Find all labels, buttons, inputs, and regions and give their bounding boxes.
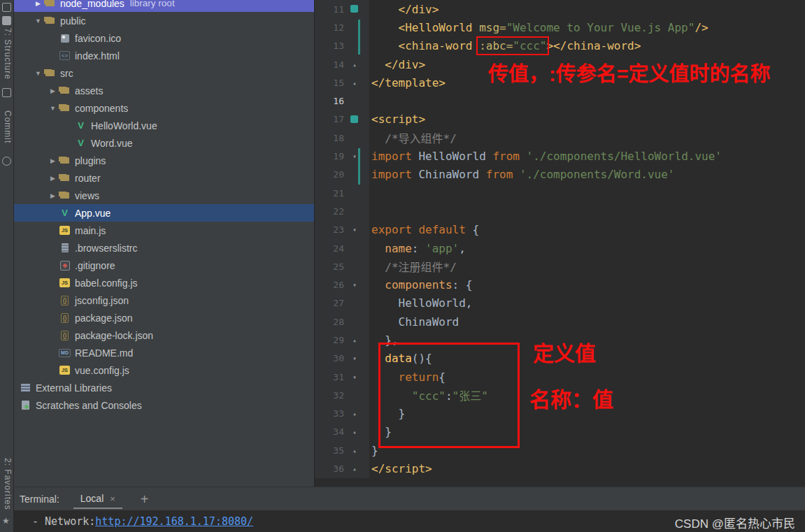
code-line-15[interactable]: 15▴</template> bbox=[315, 73, 805, 92]
chevron-right-icon[interactable]: ▶ bbox=[47, 175, 59, 182]
pin-tool-icon[interactable] bbox=[2, 16, 11, 25]
tree-item-favicon.ico[interactable]: favicon.ico bbox=[14, 29, 314, 47]
code-line-31[interactable]: 31▾ return{ bbox=[315, 368, 805, 386]
line-number[interactable]: 22 bbox=[315, 206, 344, 217]
line-number[interactable]: 16 bbox=[315, 96, 344, 106]
key-icon[interactable] bbox=[2, 157, 11, 166]
line-number[interactable]: 33 bbox=[315, 408, 344, 419]
line-number[interactable]: 18 bbox=[315, 133, 344, 143]
code-line-13[interactable]: 13 <china-word :abc="ccc"></china-word> bbox=[315, 37, 805, 55]
tree-item-components[interactable]: ▼components bbox=[14, 99, 314, 117]
line-number[interactable]: 21 bbox=[315, 188, 344, 199]
tree-item-jsconfig.json[interactable]: jsconfig.json bbox=[14, 292, 314, 309]
terminal-title[interactable]: Terminal: bbox=[20, 494, 59, 505]
tool-button-favorites[interactable]: 2: Favorites bbox=[1, 458, 13, 510]
code-line-29[interactable]: 29▴ }, bbox=[315, 331, 805, 349]
code-line-22[interactable]: 22 bbox=[315, 202, 805, 220]
line-number[interactable]: 32 bbox=[315, 390, 344, 401]
tree-item-main.js[interactable]: main.js bbox=[14, 222, 314, 239]
code-line-17[interactable]: 17<script> bbox=[315, 110, 805, 129]
line-number[interactable]: 30 bbox=[315, 353, 344, 364]
chevron-right-icon[interactable]: ▶ bbox=[47, 192, 59, 199]
code-line-30[interactable]: 30▾ data(){ bbox=[315, 350, 805, 368]
line-number[interactable]: 17 bbox=[315, 114, 344, 124]
tree-item-word.vue[interactable]: Word.vue bbox=[14, 134, 314, 152]
fold-down-icon[interactable]: ▾ bbox=[344, 226, 365, 233]
tree-item-babel.config.js[interactable]: babel.config.js bbox=[14, 274, 314, 292]
code-line-24[interactable]: 24 name: 'app', bbox=[315, 239, 805, 257]
code-editor[interactable]: 11 </div>12 <HelloWorld msg="Welcome to … bbox=[315, 0, 805, 487]
line-number[interactable]: 29 bbox=[315, 335, 344, 345]
fold-up-icon[interactable]: ▴ bbox=[344, 428, 365, 436]
line-number[interactable]: 12 bbox=[315, 22, 344, 33]
code-line-18[interactable]: 18 /*导入组件*/ bbox=[315, 129, 805, 147]
code-line-14[interactable]: 14▴ </div> bbox=[315, 55, 805, 73]
code-line-16[interactable]: 16 bbox=[315, 92, 805, 110]
line-number[interactable]: 20 bbox=[315, 169, 344, 180]
tree-item-vue.config.js[interactable]: vue.config.js bbox=[14, 361, 314, 379]
tree-item-views[interactable]: ▶views bbox=[14, 187, 314, 204]
terminal-tab-local[interactable]: Local × bbox=[73, 489, 122, 509]
tree-item-package-lock.json[interactable]: package-lock.json bbox=[14, 326, 314, 344]
tree-item-index.html[interactable]: index.html bbox=[14, 47, 314, 64]
fold-down-icon[interactable]: ▾ bbox=[344, 373, 365, 381]
line-number[interactable]: 27 bbox=[315, 298, 344, 308]
tree-item-.gitignore[interactable]: .gitignore bbox=[14, 257, 314, 274]
chevron-down-icon[interactable]: ▼ bbox=[47, 105, 59, 112]
tool-button-structure[interactable]: 7: Structure bbox=[1, 28, 13, 80]
tree-item-.browserslistrc[interactable]: .browserslistrc bbox=[14, 239, 314, 257]
tree-item-node-modules[interactable]: ▶node_moduleslibrary root bbox=[14, 0, 314, 12]
chevron-down-icon[interactable]: ▼ bbox=[32, 17, 44, 24]
code-line-11[interactable]: 11 </div> bbox=[315, 0, 805, 18]
tree-item-app.vue[interactable]: App.vue bbox=[14, 204, 314, 222]
fold-up-icon[interactable]: ▴ bbox=[344, 336, 365, 344]
line-number[interactable]: 36 bbox=[315, 463, 344, 474]
line-number[interactable]: 25 bbox=[315, 261, 344, 272]
close-tab-icon[interactable]: × bbox=[110, 494, 115, 504]
code-line-20[interactable]: 20import ChinaWord from './components/Wo… bbox=[315, 166, 805, 184]
code-line-25[interactable]: 25 /*注册组件*/ bbox=[315, 257, 805, 275]
line-number[interactable]: 13 bbox=[315, 41, 344, 51]
tree-item-external-libraries[interactable]: External Libraries bbox=[14, 379, 314, 396]
code-line-32[interactable]: 32 "ccc":"张三" bbox=[315, 386, 805, 404]
fold-up-icon[interactable]: ▴ bbox=[344, 410, 365, 417]
chevron-down-icon[interactable]: ▼ bbox=[32, 70, 44, 77]
tool-button-commit[interactable]: Commit bbox=[1, 110, 13, 143]
fold-down-icon[interactable]: ▾ bbox=[344, 152, 365, 160]
line-number[interactable]: 26 bbox=[315, 280, 344, 290]
line-number[interactable]: 24 bbox=[315, 243, 344, 254]
line-number[interactable]: 28 bbox=[315, 317, 344, 327]
line-number[interactable]: 14 bbox=[315, 59, 344, 70]
fold-up-icon[interactable]: ▴ bbox=[344, 447, 365, 454]
code-line-36[interactable]: 36▴</script> bbox=[315, 459, 805, 477]
line-number[interactable]: 15 bbox=[315, 78, 344, 88]
tree-item-public[interactable]: ▼public bbox=[14, 12, 314, 29]
code-line-34[interactable]: 34▴ } bbox=[315, 423, 805, 441]
tree-item-plugins[interactable]: ▶plugins bbox=[14, 152, 314, 169]
chevron-right-icon[interactable]: ▶ bbox=[47, 87, 59, 94]
line-number[interactable]: 35 bbox=[315, 445, 344, 456]
code-line-35[interactable]: 35▴} bbox=[315, 441, 805, 459]
code-line-21[interactable]: 21 bbox=[315, 184, 805, 202]
line-number[interactable]: 19 bbox=[315, 151, 344, 161]
code-line-26[interactable]: 26▾ components: { bbox=[315, 275, 805, 294]
code-line-19[interactable]: 19▾import HelloWorld from './components/… bbox=[315, 147, 805, 165]
chevron-right-icon[interactable]: ▶ bbox=[47, 157, 59, 164]
tree-item-assets[interactable]: ▶assets bbox=[14, 82, 314, 99]
fold-up-icon[interactable]: ▴ bbox=[344, 465, 365, 473]
new-terminal-tab-icon[interactable]: + bbox=[141, 492, 149, 506]
fold-up-icon[interactable]: ▴ bbox=[344, 61, 365, 69]
chevron-right-icon[interactable]: ▶ bbox=[32, 0, 44, 7]
fold-up-icon[interactable]: ▴ bbox=[344, 79, 365, 87]
tree-item-scratches-and-consoles[interactable]: Scratches and Consoles bbox=[14, 396, 314, 414]
code-line-33[interactable]: 33▴ } bbox=[315, 405, 805, 423]
code-line-23[interactable]: 23▾export default { bbox=[315, 221, 805, 239]
fold-down-icon[interactable]: ▾ bbox=[344, 281, 365, 289]
code-line-27[interactable]: 27 HelloWorld, bbox=[315, 294, 805, 312]
network-url-link[interactable]: http://192.168.1.17:8080/ bbox=[95, 515, 253, 528]
tree-item-helloworld.vue[interactable]: HelloWorld.vue bbox=[14, 117, 314, 134]
fold-down-icon[interactable]: ▾ bbox=[344, 354, 365, 362]
code-line-28[interactable]: 28 ChinaWord bbox=[315, 312, 805, 331]
line-number[interactable]: 34 bbox=[315, 426, 344, 437]
tree-item-readme.md[interactable]: README.md bbox=[14, 344, 314, 361]
